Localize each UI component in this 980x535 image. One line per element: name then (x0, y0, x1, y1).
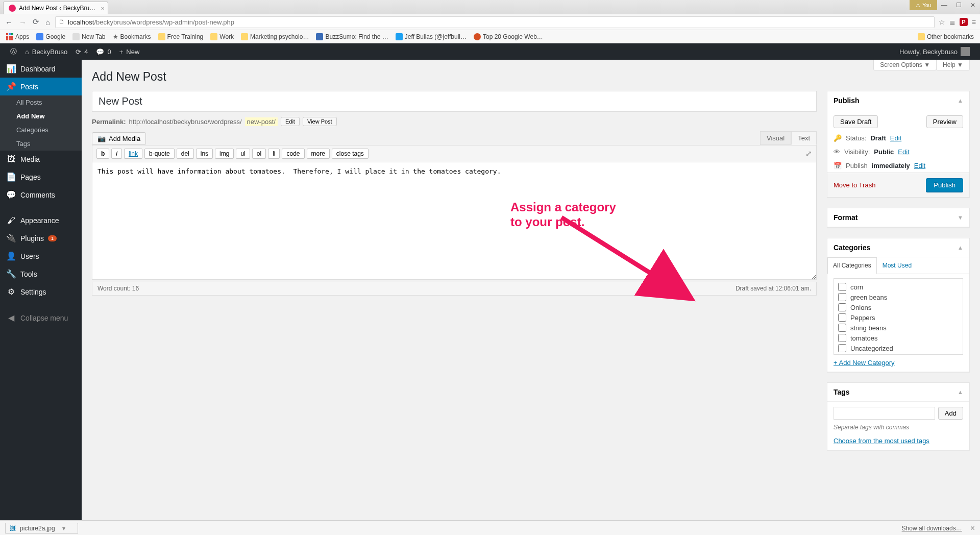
menu-comments[interactable]: 💬Comments (0, 186, 82, 204)
cat-uncategorized[interactable]: Uncategorized (838, 343, 959, 353)
add-new-category-link[interactable]: + Add New Category (834, 359, 895, 367)
categories-list[interactable]: corn green beans Onions Peppers string b… (834, 278, 963, 355)
qt-ins[interactable]: ins (196, 149, 213, 159)
tab-close-icon[interactable]: × (101, 5, 105, 12)
post-title-input[interactable] (92, 91, 817, 112)
qt-ul[interactable]: ul (236, 149, 250, 159)
menu-posts[interactable]: 📌Posts (0, 78, 82, 95)
move-to-trash-link[interactable]: Move to Trash (834, 181, 875, 189)
window-minimize-icon[interactable]: — (937, 0, 951, 10)
star-icon[interactable]: ☆ (939, 18, 945, 26)
cat-string-beans[interactable]: string beans (838, 323, 959, 333)
help-button[interactable]: Help ▼ (936, 60, 970, 70)
menu-icon[interactable]: ≡ (972, 18, 976, 26)
cat-peppers[interactable]: Peppers (838, 312, 959, 323)
view-post-button[interactable]: View Post (303, 117, 337, 126)
publish-box-header[interactable]: Publish▲ (827, 91, 969, 110)
pinterest-icon[interactable]: P (960, 18, 968, 26)
comments-link[interactable]: 💬 0 (92, 48, 115, 56)
qt-code[interactable]: code (282, 149, 304, 159)
cat-green-beans[interactable]: green beans (838, 292, 959, 302)
bm-google[interactable]: Google (34, 32, 67, 41)
new-link[interactable]: + New (115, 48, 144, 56)
browser-tab[interactable]: Add New Post ‹ BeckyBru… × (3, 2, 108, 14)
menu-pages[interactable]: 📄Pages (0, 168, 82, 186)
publish-button[interactable]: Publish (926, 178, 963, 192)
menu-media[interactable]: 🖼Media (0, 151, 82, 168)
close-downloads-icon[interactable]: × (970, 524, 975, 533)
bm-top20[interactable]: Top 20 Google Web… (472, 32, 545, 41)
qt-b[interactable]: b (96, 149, 109, 159)
buffer-icon[interactable]: ≣ (949, 18, 955, 26)
profile-badge[interactable]: ⚠ You (910, 0, 937, 10)
bm-newtab[interactable]: New Tab (70, 32, 107, 41)
download-item[interactable]: 🖼 picture2a.jpg ▾ (5, 523, 78, 534)
tags-box-header[interactable]: Tags▲ (827, 383, 969, 402)
format-box-header[interactable]: Format▼ (827, 208, 969, 227)
updates-link[interactable]: ⟳ 4 (71, 48, 92, 56)
back-icon[interactable]: ← (4, 18, 14, 27)
url-input[interactable]: 🗋 localhost/beckybruso/wordpress/wp-admi… (55, 16, 935, 28)
menu-collapse[interactable]: ◀Collapse menu (0, 309, 82, 327)
qt-img[interactable]: img (215, 149, 234, 159)
qt-link[interactable]: link (124, 149, 142, 159)
chevron-down-icon[interactable]: ▾ (62, 525, 65, 532)
bm-bookmarks[interactable]: ★Bookmarks (111, 32, 153, 41)
menu-users[interactable]: 👤Users (0, 247, 82, 265)
tag-cloud-link[interactable]: Choose from the most used tags (834, 437, 929, 445)
save-draft-button[interactable]: Save Draft (834, 115, 878, 128)
cat-onions[interactable]: Onions (838, 302, 959, 312)
menu-appearance[interactable]: 🖌Appearance (0, 212, 82, 229)
categories-box-header[interactable]: Categories▲ (827, 238, 969, 257)
menu-settings[interactable]: ⚙Settings (0, 283, 82, 301)
permalink-edit-button[interactable]: Edit (281, 117, 300, 126)
edit-visibility-link[interactable]: Edit (898, 148, 909, 156)
qt-more[interactable]: more (307, 149, 330, 159)
menu-plugins[interactable]: 🔌Plugins 1 (0, 229, 82, 247)
submenu-all-posts[interactable]: All Posts (0, 95, 82, 109)
tag-input[interactable] (834, 407, 935, 420)
fullscreen-icon[interactable]: ⤢ (805, 149, 812, 158)
edit-schedule-link[interactable]: Edit (914, 162, 925, 169)
tab-all-categories[interactable]: All Categories (827, 257, 877, 274)
cat-tomatoes[interactable]: tomatoes (838, 333, 959, 343)
apps-button[interactable]: Apps (4, 32, 31, 41)
site-link[interactable]: ⌂ BeckyBruso (21, 48, 71, 56)
edit-status-link[interactable]: Edit (890, 134, 901, 142)
tab-visual[interactable]: Visual (760, 131, 791, 145)
preview-button[interactable]: Preview (926, 115, 963, 128)
submenu-add-new[interactable]: Add New (0, 109, 82, 123)
menu-tools[interactable]: 🔧Tools (0, 265, 82, 283)
window-close-icon[interactable]: ✕ (966, 0, 980, 10)
submenu-tags[interactable]: Tags (0, 137, 82, 151)
bm-buzzsumo[interactable]: BuzzSumo: Find the … (314, 32, 390, 41)
qt-bquote[interactable]: b-quote (144, 149, 175, 159)
qt-ol[interactable]: ol (252, 149, 266, 159)
reload-icon[interactable]: ⟳ (32, 17, 40, 27)
bm-marketing[interactable]: Marketing psycholo… (239, 32, 311, 41)
submenu-categories[interactable]: Categories (0, 123, 82, 137)
post-content-textarea[interactable] (92, 162, 817, 280)
bm-other[interactable]: Other bookmarks (916, 32, 976, 41)
menu-dashboard[interactable]: 📊Dashboard (0, 60, 82, 78)
howdy-link[interactable]: Howdy, Beckybruso (895, 47, 974, 56)
home-icon[interactable]: ⌂ (44, 18, 51, 27)
bm-jeffbullas[interactable]: Jeff Bullas (@jeffbull… (394, 32, 469, 41)
tab-text[interactable]: Text (791, 131, 817, 145)
show-all-downloads-link[interactable]: Show all downloads… (902, 525, 962, 532)
qt-li[interactable]: li (268, 149, 280, 159)
wp-logo-icon[interactable]: ⓦ (6, 47, 21, 56)
cat-vegetables[interactable]: Vegetables (838, 353, 959, 355)
qt-del[interactable]: del (177, 149, 194, 159)
qt-closetags[interactable]: close tags (332, 149, 369, 159)
tab-most-used[interactable]: Most Used (877, 257, 917, 274)
bm-free-training[interactable]: Free Training (156, 32, 206, 41)
qt-i[interactable]: i (111, 149, 122, 159)
add-tag-button[interactable]: Add (938, 407, 963, 420)
screen-options-button[interactable]: Screen Options ▼ (873, 60, 937, 70)
bm-work[interactable]: Work (208, 32, 236, 41)
window-maximize-icon[interactable]: ☐ (951, 0, 966, 10)
forward-icon[interactable]: → (18, 18, 28, 27)
cat-corn[interactable]: corn (838, 282, 959, 292)
add-media-button[interactable]: 📷Add Media (92, 132, 146, 145)
